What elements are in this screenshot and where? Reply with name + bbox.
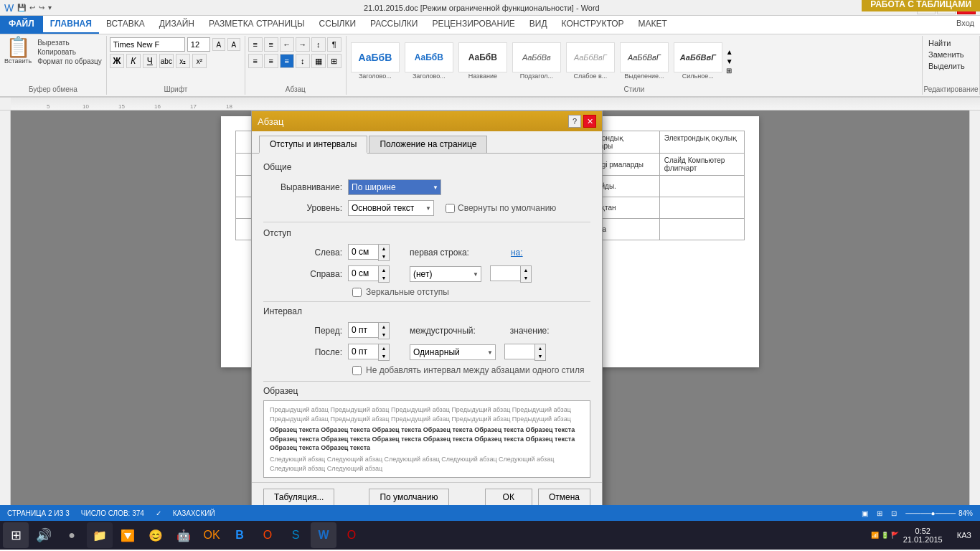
view-icon-3[interactable]: ⊡ (891, 509, 897, 517)
no-add-spacing-checkbox[interactable] (352, 366, 362, 375)
tab-insert[interactable]: ВСТАВКА (99, 16, 152, 34)
zoom-slider[interactable]: ─────●──── 84% (905, 509, 973, 517)
find-button[interactable]: Найти (925, 37, 974, 49)
copy-button[interactable]: Копировать (37, 48, 102, 56)
style-heading1[interactable]: АаБбВ Заголово... (349, 41, 401, 81)
taskbar-folder-icon[interactable]: 📁 (87, 522, 113, 548)
before-input[interactable] (348, 322, 378, 338)
replace-button[interactable]: Заменить (925, 49, 974, 60)
by-value-up-button[interactable]: ▲ (521, 266, 531, 274)
default-button[interactable]: По умолчанию (369, 489, 448, 505)
line-value-up-button[interactable]: ▲ (535, 344, 545, 352)
taskbar-utorrent-icon[interactable]: 🔽 (115, 522, 141, 548)
by-value-down-button[interactable]: ▼ (521, 274, 531, 282)
tab-mailings[interactable]: РАССЫЛКИ (363, 16, 425, 34)
tab-references[interactable]: ССЫЛКИ (312, 16, 363, 34)
paste-button[interactable]: 📋 Вставить (4, 37, 32, 85)
first-line-select[interactable]: (нет) (410, 266, 481, 282)
view-icon-2[interactable]: ⊞ (877, 509, 882, 517)
before-down-button[interactable]: ▼ (379, 331, 389, 339)
tab-file[interactable]: ФАЙЛ (0, 16, 43, 34)
style-emphasis[interactable]: АаБбВвГ Выделение... (618, 41, 670, 81)
format-painter-button[interactable]: Формат по образцу (37, 57, 102, 65)
indent-left-up-button[interactable]: ▲ (379, 245, 389, 253)
line-spacing-button[interactable]: ↕ (296, 54, 310, 68)
indent-left-input[interactable] (348, 244, 378, 260)
style-title[interactable]: АаБбВ Название (457, 41, 509, 81)
taskbar-odnoklassniki-icon[interactable]: OK (199, 522, 225, 548)
font-size-increase-button[interactable]: A (212, 38, 225, 51)
borders-button[interactable]: ⊞ (327, 54, 341, 68)
superscript-button[interactable]: x² (192, 54, 207, 68)
mirror-checkbox[interactable] (352, 288, 362, 297)
tab-review[interactable]: РЕЦЕНЗИРОВАНИЕ (425, 16, 522, 34)
collapsed-checkbox[interactable] (446, 204, 455, 213)
font-size-decrease-button[interactable]: A (227, 38, 240, 51)
before-up-button[interactable]: ▲ (379, 323, 389, 331)
quick-redo-icon[interactable]: ↪ (39, 4, 44, 11)
dialog-tab-position[interactable]: Положение на странице (369, 136, 487, 153)
italic-button[interactable]: К (126, 54, 141, 68)
select-button[interactable]: Выделить (925, 60, 974, 72)
after-down-button[interactable]: ▼ (379, 352, 389, 360)
after-up-button[interactable]: ▲ (379, 344, 389, 352)
style-subtle[interactable]: АаБбВвГ Слабое в... (565, 41, 616, 81)
indent-decrease-button[interactable]: ← (280, 37, 294, 52)
align-center-button[interactable]: ≡ (264, 54, 278, 68)
tab-home[interactable]: ГЛАВНАЯ (43, 16, 99, 34)
bold-button[interactable]: Ж (110, 54, 124, 68)
taskbar-green-app-icon[interactable]: ● (59, 522, 85, 548)
align-justify-button[interactable]: ≡ (280, 54, 294, 68)
indent-right-input[interactable] (348, 265, 378, 281)
align-left-button[interactable]: ≡ (248, 54, 263, 68)
view-icon-1[interactable]: ▣ (862, 509, 868, 517)
taskbar-skype-icon[interactable]: S (283, 522, 308, 548)
dialog-help-button[interactable]: ? (568, 115, 581, 128)
after-input[interactable] (348, 344, 378, 359)
sign-in-button[interactable]: Вход (951, 16, 980, 34)
tab-constructor[interactable]: КОНСТРУКТОР (555, 16, 631, 34)
underline-button[interactable]: Ч (143, 54, 157, 68)
cut-button[interactable]: Вырезать (37, 39, 102, 47)
list-bullets-button[interactable]: ≡ (248, 37, 263, 52)
font-size-input[interactable] (187, 37, 210, 52)
line-value-input[interactable] (504, 344, 534, 359)
line-spacing-select[interactable]: Одинарный (410, 344, 496, 360)
level-select[interactable]: Основной текст (348, 200, 434, 216)
by-value-input[interactable] (490, 265, 520, 281)
subscript-button[interactable]: x₂ (176, 54, 190, 68)
indent-right-up-button[interactable]: ▲ (379, 266, 389, 274)
dialog-tab-indent[interactable]: Отступы и интервалы (259, 136, 367, 154)
show-marks-button[interactable]: ¶ (327, 37, 341, 52)
sort-button[interactable]: ↕ (311, 37, 326, 52)
style-heading2[interactable]: АаБбВ Заголово... (403, 41, 455, 81)
ok-button[interactable]: ОК (485, 489, 532, 505)
cancel-button[interactable]: Отмена (538, 489, 590, 505)
tab-maket[interactable]: МАКЕТ (631, 16, 674, 34)
list-numbers-button[interactable]: ≡ (264, 37, 278, 52)
shading-button[interactable]: ▦ (311, 54, 326, 68)
tab-work-tables[interactable]: РАБОТА С ТАБЛИЦАМИ (862, 0, 980, 11)
indent-right-down-button[interactable]: ▼ (379, 274, 389, 282)
strikethrough-button[interactable]: abc (159, 54, 174, 68)
style-subtitle[interactable]: АаБбВв Подзагол... (511, 41, 562, 81)
indent-increase-button[interactable]: → (296, 37, 310, 52)
taskbar-vk-icon[interactable]: B (227, 522, 253, 548)
taskbar-smiley-icon[interactable]: 😊 (143, 522, 169, 548)
dialog-close-button[interactable]: ✕ (583, 115, 596, 128)
indent-left-down-button[interactable]: ▼ (379, 253, 389, 260)
alignment-select[interactable]: По ширине (348, 179, 441, 195)
tab-design[interactable]: ДИЗАЙН (152, 16, 202, 34)
taskbar-opera2-icon[interactable]: O (339, 522, 364, 548)
taskbar-lang-button[interactable]: КАЗ (951, 531, 977, 540)
font-name-input[interactable] (110, 37, 185, 52)
styles-scroll[interactable]: ▲ ▼ ⊞ (726, 48, 733, 75)
taskbar-speaker-icon[interactable]: 🔊 (31, 522, 57, 548)
start-button[interactable]: ⊞ (3, 522, 29, 548)
line-value-down-button[interactable]: ▼ (535, 352, 545, 360)
tab-layout[interactable]: РАЗМЕТКА СТРАНИЦЫ (202, 16, 312, 34)
taskbar-android-icon[interactable]: 🤖 (171, 522, 197, 548)
tab-view[interactable]: ВИД (522, 16, 555, 34)
quick-more-icon[interactable]: ▾ (48, 4, 52, 11)
taskbar-word-icon[interactable]: W (311, 522, 336, 548)
